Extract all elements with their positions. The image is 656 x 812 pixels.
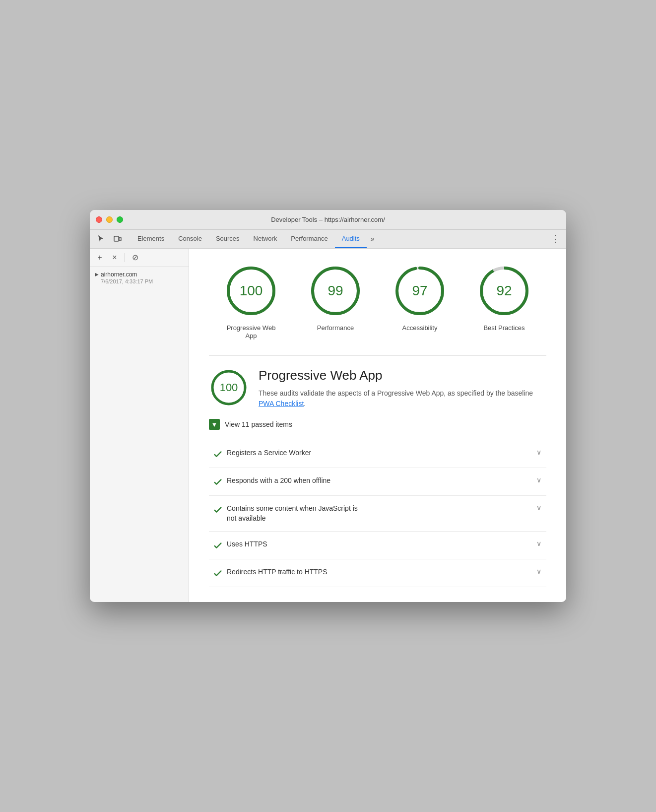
score-number-accessibility: 97	[412, 283, 427, 299]
svg-rect-1	[119, 237, 121, 241]
score-label-best-practices: Best Practices	[483, 324, 525, 333]
audit-label-no-js-content: Contains some content when JavaScript is…	[227, 504, 531, 523]
score-performance: 99 Performance	[308, 264, 363, 333]
sidebar-item-title: airhorner.com	[101, 271, 153, 278]
audit-chevron-offline-200: ∨	[531, 476, 546, 484]
score-accessibility: 97 Accessibility	[393, 264, 447, 333]
score-number-best-practices: 92	[496, 283, 512, 299]
pwa-header: 100 Progressive Web App These audits val…	[209, 368, 546, 409]
score-best-practices: 92 Best Practices	[477, 264, 531, 333]
score-circle-pwa: 100	[224, 264, 278, 318]
audit-list: Registers a Service Worker ∨ Responds wi…	[209, 440, 546, 587]
passed-badge: ▼	[209, 419, 220, 430]
close-button[interactable]	[96, 216, 102, 223]
score-circle-accessibility: 97	[393, 264, 447, 318]
audit-chevron-http-redirect: ∨	[531, 567, 546, 575]
score-circle-performance: 99	[308, 264, 363, 318]
score-number-pwa: 100	[240, 283, 263, 299]
score-number-performance: 99	[328, 283, 343, 299]
pwa-checklist-link[interactable]: PWA Checklist	[259, 400, 304, 407]
pwa-detail-score-circle: 100	[209, 368, 249, 407]
block-button[interactable]: ⊘	[129, 252, 141, 264]
audit-item-https[interactable]: Uses HTTPS ∨	[209, 532, 546, 559]
tab-console[interactable]: Console	[171, 229, 209, 248]
tab-toolbar	[94, 232, 125, 246]
checkmark-http-redirect	[209, 567, 227, 579]
main-content: + × ⊘ ▶ airhorner.com 7/6/2017, 4:33:17 …	[90, 249, 566, 603]
delete-audit-button[interactable]: ×	[109, 252, 121, 264]
audit-item-service-worker[interactable]: Registers a Service Worker ∨	[209, 440, 546, 468]
tabs-list: Elements Console Sources Network Perform…	[131, 229, 548, 248]
audit-label-offline-200: Responds with a 200 when offline	[227, 476, 531, 486]
audit-label-https: Uses HTTPS	[227, 540, 531, 549]
svg-rect-0	[114, 236, 119, 241]
score-label-performance: Performance	[317, 324, 354, 333]
score-circle-best-practices: 92	[477, 264, 531, 318]
devtools-window: Developer Tools – https://airhorner.com/…	[90, 210, 566, 603]
audit-history-item[interactable]: ▶ airhorner.com 7/6/2017, 4:33:17 PM	[90, 267, 189, 288]
sidebar-item-content: airhorner.com 7/6/2017, 4:33:17 PM	[101, 271, 153, 284]
window-title: Developer Tools – https://airhorner.com/	[271, 216, 385, 223]
audits-panel: 100 Progressive WebApp 99 Performance	[189, 249, 566, 603]
pwa-description: These audits validate the aspects of a P…	[259, 388, 546, 409]
score-label-pwa: Progressive WebApp	[227, 324, 276, 341]
sidebar: + × ⊘ ▶ airhorner.com 7/6/2017, 4:33:17 …	[90, 249, 189, 603]
devtools-menu-button[interactable]: ⋮	[548, 232, 562, 246]
pwa-description-prefix: These audits validate the aspects of a P…	[259, 389, 533, 397]
audit-chevron-https: ∨	[531, 540, 546, 547]
add-audit-button[interactable]: +	[94, 252, 106, 264]
audit-item-offline-200[interactable]: Responds with a 200 when offline ∨	[209, 468, 546, 496]
tab-performance[interactable]: Performance	[284, 229, 334, 248]
tab-audits[interactable]: Audits	[335, 229, 367, 248]
zoom-button[interactable]	[117, 216, 123, 223]
audit-chevron-service-worker: ∨	[531, 448, 546, 456]
traffic-lights	[96, 216, 123, 223]
toolbar-separator	[125, 253, 125, 262]
tab-sources[interactable]: Sources	[209, 229, 247, 248]
pwa-title-block: Progressive Web App These audits validat…	[259, 368, 546, 409]
pwa-description-suffix: .	[304, 400, 306, 407]
tab-network[interactable]: Network	[247, 229, 284, 248]
sidebar-toolbar: + × ⊘	[90, 249, 189, 267]
passed-badge-icon: ▼	[211, 421, 218, 428]
sidebar-item-subtitle: 7/6/2017, 4:33:17 PM	[101, 278, 153, 284]
audit-item-http-redirect[interactable]: Redirects HTTP traffic to HTTPS ∨	[209, 559, 546, 587]
audit-chevron-no-js-content: ∨	[531, 504, 546, 512]
audit-item-no-js-content[interactable]: Contains some content when JavaScript is…	[209, 496, 546, 532]
passed-label: View 11 passed items	[225, 420, 292, 428]
audit-label-service-worker: Registers a Service Worker	[227, 448, 531, 458]
device-icon[interactable]	[111, 232, 125, 246]
pwa-detail-score-number: 100	[220, 381, 238, 394]
minimize-button[interactable]	[106, 216, 113, 223]
tab-bar: Elements Console Sources Network Perform…	[90, 230, 566, 249]
cursor-icon[interactable]	[94, 232, 108, 246]
audit-label-http-redirect: Redirects HTTP traffic to HTTPS	[227, 567, 531, 577]
checkmark-offline-200	[209, 476, 227, 487]
pwa-section-title: Progressive Web App	[259, 368, 546, 383]
view-passed-button[interactable]: ▼ View 11 passed items	[209, 419, 546, 430]
checkmark-no-js-content	[209, 504, 227, 515]
checkmark-service-worker	[209, 448, 227, 460]
score-pwa: 100 Progressive WebApp	[224, 264, 278, 341]
score-label-accessibility: Accessibility	[402, 324, 438, 333]
tab-elements[interactable]: Elements	[131, 229, 171, 248]
checkmark-https	[209, 540, 227, 551]
sidebar-item-arrow-icon: ▶	[95, 271, 99, 277]
scores-divider	[209, 355, 546, 356]
more-tabs-button[interactable]: »	[367, 235, 379, 243]
title-bar: Developer Tools – https://airhorner.com/	[90, 210, 566, 230]
scores-row: 100 Progressive WebApp 99 Performance	[209, 264, 546, 341]
